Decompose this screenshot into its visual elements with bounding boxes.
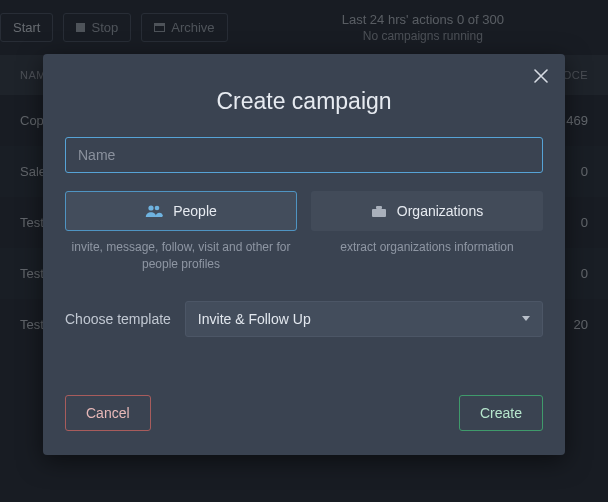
- people-label: People: [173, 203, 217, 219]
- template-selected-value: Invite & Follow Up: [198, 311, 311, 327]
- svg-point-0: [149, 205, 154, 210]
- cancel-button[interactable]: Cancel: [65, 395, 151, 431]
- modal-title: Create campaign: [65, 88, 543, 115]
- organizations-option[interactable]: Organizations: [311, 191, 543, 231]
- org-label: Organizations: [397, 203, 483, 219]
- modal-actions: Cancel Create: [65, 395, 543, 431]
- type-descriptions: invite, message, follow, visit and other…: [65, 239, 543, 273]
- close-icon[interactable]: [529, 64, 553, 88]
- template-label: Choose template: [65, 311, 171, 327]
- type-selector: People Organizations: [65, 191, 543, 231]
- people-icon: [145, 205, 163, 217]
- people-description: invite, message, follow, visit and other…: [65, 239, 297, 273]
- template-select[interactable]: Invite & Follow Up: [185, 301, 543, 337]
- svg-rect-3: [376, 206, 382, 209]
- template-row: Choose template Invite & Follow Up: [65, 301, 543, 337]
- people-option[interactable]: People: [65, 191, 297, 231]
- svg-point-1: [155, 206, 160, 211]
- create-button[interactable]: Create: [459, 395, 543, 431]
- create-campaign-modal: Create campaign People Organizations inv…: [43, 54, 565, 455]
- campaign-name-input[interactable]: [65, 137, 543, 173]
- svg-rect-2: [372, 209, 386, 217]
- org-description: extract organizations information: [311, 239, 543, 273]
- organizations-icon: [371, 205, 387, 218]
- modal-overlay: Create campaign People Organizations inv…: [0, 0, 608, 502]
- chevron-down-icon: [522, 316, 530, 321]
